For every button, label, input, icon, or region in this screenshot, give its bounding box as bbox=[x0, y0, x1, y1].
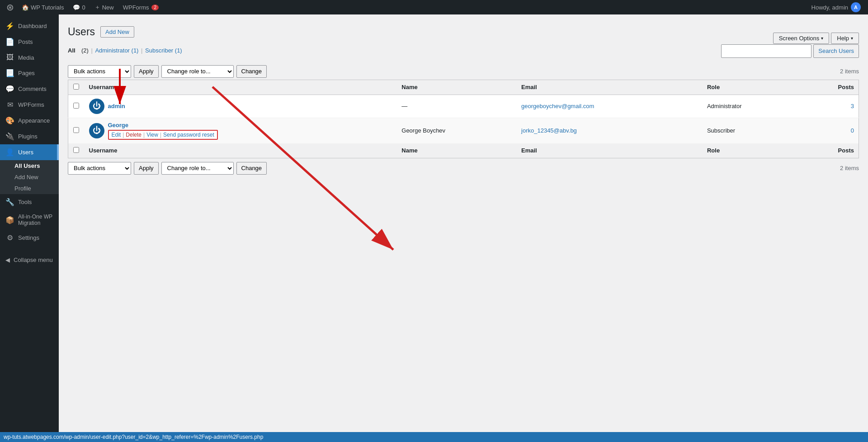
bulk-actions-select-top[interactable]: Bulk actions bbox=[68, 65, 131, 78]
site-icon: 🏠 bbox=[22, 4, 29, 11]
dashboard-icon: ⚡ bbox=[5, 22, 14, 30]
filter-administrator[interactable]: Administrator (1) bbox=[95, 47, 138, 54]
wp-logo[interactable]: ⊛ bbox=[4, 1, 16, 14]
collapse-icon: ◀ bbox=[5, 257, 10, 263]
sidebar-item-pages[interactable]: 📃 Pages bbox=[0, 65, 59, 81]
sidebar-item-migration[interactable]: 📦 All-in-One WP Migration bbox=[0, 210, 59, 230]
name-cell-admin: — bbox=[397, 95, 517, 118]
role-cell-admin: Administrator bbox=[703, 95, 802, 118]
pages-icon: 📃 bbox=[5, 69, 14, 77]
col-footer-username: Username bbox=[85, 143, 397, 158]
adminbar-wpforms[interactable]: WPForms 2 bbox=[119, 0, 162, 14]
collapse-menu[interactable]: ◀ Collapse menu bbox=[0, 253, 59, 267]
screen-meta-toggle: Screen Options ▾ Help ▾ bbox=[773, 33, 859, 44]
submenu-item-add-new[interactable]: Add New bbox=[0, 171, 59, 183]
col-header-name[interactable]: Name bbox=[397, 80, 517, 95]
submenu-item-all-users[interactable]: All Users bbox=[0, 160, 59, 171]
sidebar-item-wpforms[interactable]: ✉ WPForms bbox=[0, 97, 59, 113]
sidebar-item-plugins[interactable]: 🔌 Plugins bbox=[0, 128, 59, 144]
settings-icon: ⚙ bbox=[5, 233, 14, 242]
page-title-area: Users Add New bbox=[68, 25, 859, 39]
sidebar-item-posts[interactable]: 📄 Posts bbox=[0, 34, 59, 50]
annotations-svg bbox=[59, 14, 868, 442]
sidebar: ⚡ Dashboard 📄 Posts 🖼 Media 📃 Pages 💬 Co… bbox=[0, 14, 59, 442]
chevron-down-icon: ▾ bbox=[851, 36, 853, 41]
change-button-top[interactable]: Change bbox=[236, 65, 267, 78]
email-link-george[interactable]: jorko_12345@abv.bg bbox=[521, 127, 577, 134]
adminbar-comments[interactable]: 💬 0 bbox=[69, 0, 89, 14]
row-actions-highlight: Edit | Delete | View | Send password res… bbox=[108, 130, 218, 140]
username-link-admin[interactable]: admin bbox=[108, 103, 125, 109]
delete-link-george[interactable]: Delete bbox=[126, 132, 142, 138]
sidebar-item-settings[interactable]: ⚙ Settings bbox=[0, 230, 59, 246]
users-table: Username Name Email Role Posts bbox=[68, 80, 859, 158]
view-link-george[interactable]: View bbox=[146, 132, 158, 138]
adminbar-new[interactable]: ＋ New bbox=[91, 0, 118, 14]
chevron-down-icon: ▾ bbox=[821, 36, 823, 41]
email-cell-admin: georgeboychev@gmail.com bbox=[517, 95, 703, 118]
apply-button-top[interactable]: Apply bbox=[134, 65, 159, 78]
items-count-top: 2 items bbox=[840, 68, 859, 75]
posts-cell-admin: 3 bbox=[802, 95, 859, 118]
adminbar-site-name[interactable]: 🏠 WP Tutorials bbox=[18, 0, 67, 14]
col-header-role[interactable]: Role bbox=[703, 80, 802, 95]
sidebar-item-dashboard[interactable]: ⚡ Dashboard bbox=[0, 18, 59, 34]
send-password-link-george[interactable]: Send password reset bbox=[163, 132, 214, 138]
select-all-top[interactable] bbox=[73, 84, 79, 90]
sidebar-item-appearance[interactable]: 🎨 Appearance bbox=[0, 113, 59, 128]
main-content: Screen Options ▾ Help ▾ Users Add New Al… bbox=[59, 14, 868, 442]
edit-link-george[interactable]: Edit bbox=[112, 132, 121, 138]
row-actions-george: Edit | Delete | View | Send password res… bbox=[108, 130, 218, 140]
search-users-area: Search Users bbox=[721, 44, 859, 58]
search-input[interactable] bbox=[721, 44, 811, 58]
plugins-icon: 🔌 bbox=[5, 132, 14, 141]
sidebar-item-tools[interactable]: 🔧 Tools bbox=[0, 194, 59, 210]
screen-options-button[interactable]: Screen Options ▾ bbox=[773, 33, 830, 44]
users-submenu: All Users Add New Profile bbox=[0, 160, 59, 194]
wp-icon: ⊛ bbox=[6, 2, 14, 13]
select-all-bottom[interactable] bbox=[73, 147, 79, 153]
change-role-select-bottom[interactable]: Change role to... bbox=[161, 162, 234, 175]
tools-icon: 🔧 bbox=[5, 198, 14, 206]
tablenav-top: Bulk actions Apply Change role to... Cha… bbox=[68, 65, 859, 78]
col-footer-email: Email bbox=[517, 143, 703, 158]
role-cell-george: Subscriber bbox=[703, 118, 802, 143]
email-cell-george: jorko_12345@abv.bg bbox=[517, 118, 703, 143]
email-link-admin[interactable]: georgeboychev@gmail.com bbox=[521, 103, 594, 109]
filter-subscriber[interactable]: Subscriber (1) bbox=[145, 47, 182, 54]
avatar: A bbox=[851, 2, 861, 12]
col-footer-name: Name bbox=[397, 143, 517, 158]
row-checkbox-george[interactable] bbox=[68, 118, 85, 143]
apply-button-bottom[interactable]: Apply bbox=[134, 162, 159, 175]
col-footer-cb bbox=[68, 143, 85, 158]
plus-icon: ＋ bbox=[94, 3, 100, 11]
submenu-item-profile[interactable]: Profile bbox=[0, 183, 59, 194]
wpforms-icon: ✉ bbox=[5, 100, 14, 109]
posts-icon: 📄 bbox=[5, 38, 14, 46]
sidebar-item-comments[interactable]: 💬 Comments bbox=[0, 81, 59, 97]
username-link-george[interactable]: George bbox=[108, 122, 218, 128]
posts-link-admin[interactable]: 3 bbox=[851, 103, 854, 109]
col-header-username[interactable]: Username bbox=[85, 80, 397, 95]
wpforms-badge: 2 bbox=[151, 5, 159, 10]
add-new-button[interactable]: Add New bbox=[100, 26, 134, 38]
sidebar-item-users[interactable]: 👤 Users bbox=[0, 144, 59, 160]
admin-bar: ⊛ 🏠 WP Tutorials 💬 0 ＋ New WPForms 2 How… bbox=[0, 0, 868, 14]
change-role-select-top[interactable]: Change role to... bbox=[161, 65, 234, 78]
change-button-bottom[interactable]: Change bbox=[236, 162, 267, 175]
username-cell-george: ⏻ George Edit | Delete | bbox=[85, 118, 397, 143]
col-header-posts[interactable]: Posts bbox=[802, 80, 859, 95]
migration-icon: 📦 bbox=[5, 216, 14, 224]
help-button[interactable]: Help ▾ bbox=[831, 33, 859, 44]
col-header-cb bbox=[68, 80, 85, 95]
media-icon: 🖼 bbox=[5, 53, 14, 62]
filter-all[interactable]: All bbox=[68, 47, 75, 54]
admin-user-menu[interactable]: Howdy, admin A bbox=[808, 2, 864, 12]
row-checkbox-admin[interactable] bbox=[68, 95, 85, 118]
bulk-actions-select-bottom[interactable]: Bulk actions bbox=[68, 162, 131, 175]
filter-links: All (2) | Administrator (1) | Subscriber… bbox=[68, 47, 182, 54]
sidebar-item-media[interactable]: 🖼 Media bbox=[0, 50, 59, 65]
col-header-email[interactable]: Email bbox=[517, 80, 703, 95]
search-users-button[interactable]: Search Users bbox=[813, 44, 859, 58]
col-footer-posts: Posts bbox=[802, 143, 859, 158]
